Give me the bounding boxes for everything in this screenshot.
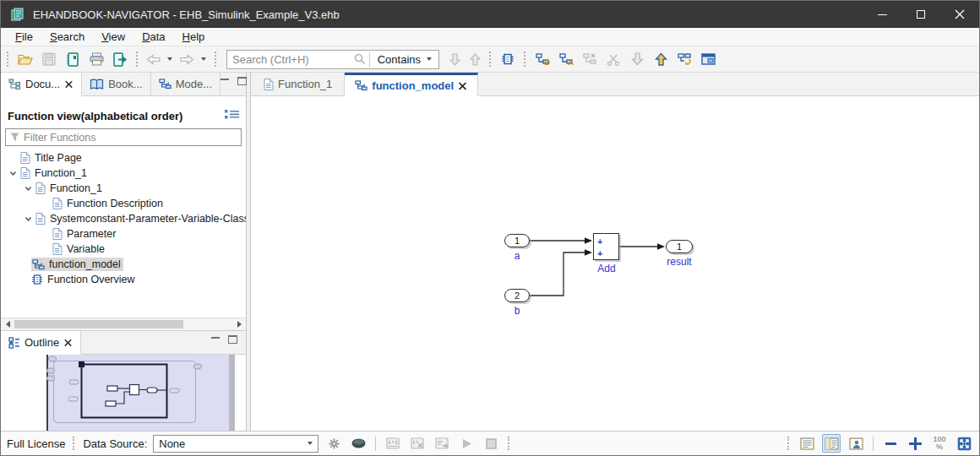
toolbar-grip[interactable]: [7, 52, 9, 67]
toolbar-grip[interactable]: [524, 52, 526, 67]
show-model-annotations-button[interactable]: A: [556, 49, 576, 69]
tree-item-systemconstant[interactable]: Systemconstant-Parameter-Variable-Classi…: [1, 211, 246, 226]
down-arrow-icon: [449, 53, 460, 66]
function-overview-button[interactable]: [498, 49, 518, 69]
tree-item-parameter[interactable]: Parameter: [1, 226, 246, 242]
collapse-chevron-icon[interactable]: [21, 185, 35, 193]
maximize-panel-icon[interactable]: [228, 335, 237, 344]
open-file-button[interactable]: [15, 49, 35, 69]
outport-label-result[interactable]: result: [661, 256, 698, 268]
view-single-page-button[interactable]: [798, 434, 816, 453]
next-result-button[interactable]: [446, 49, 463, 69]
tree-item-function-overview[interactable]: Function Overview: [1, 272, 246, 287]
hide-model-overlays-button[interactable]: [580, 49, 600, 69]
back-history-dropdown[interactable]: [165, 49, 175, 69]
maximize-panel-icon[interactable]: [237, 77, 247, 85]
forward-history-dropdown[interactable]: [199, 49, 209, 69]
play-button[interactable]: [457, 434, 476, 453]
view-menu-icon[interactable]: [225, 109, 239, 122]
calibration-discard-button[interactable]: [408, 434, 427, 453]
outport-block-result[interactable]: 1: [666, 240, 693, 253]
save-button[interactable]: [39, 49, 59, 69]
close-icon[interactable]: [65, 80, 73, 88]
show-model-data-button[interactable]: D: [532, 49, 553, 69]
stop-button[interactable]: [482, 434, 500, 453]
tab-function-1[interactable]: Function_1: [251, 73, 345, 95]
zoom-reset-button[interactable]: 100 %: [930, 434, 949, 453]
close-icon[interactable]: [459, 81, 466, 89]
tree-item-function-model[interactable]: function_model: [1, 257, 246, 272]
tab-bookmarks[interactable]: Book...: [82, 73, 150, 95]
minimize-panel-icon[interactable]: [220, 78, 229, 80]
calibration-window-button[interactable]: [384, 434, 402, 453]
scroll-right-arrow[interactable]: [232, 318, 246, 330]
split-page-icon: [825, 437, 839, 450]
search-match-mode-dropdown[interactable]: Contains: [370, 53, 438, 66]
tab-models[interactable]: Mode...: [151, 73, 220, 95]
model-clear-icon: [583, 53, 596, 65]
data-source-settings-button[interactable]: [324, 434, 343, 453]
sum-block-label[interactable]: Add: [588, 263, 625, 274]
split-model-button[interactable]: [603, 49, 623, 69]
maximize-button[interactable]: [901, 1, 940, 28]
scrollbar-track[interactable]: [14, 318, 232, 330]
statusbar-grip: [787, 437, 790, 450]
filter-functions-input[interactable]: Filter Functions: [5, 128, 242, 146]
tree-item-variable[interactable]: Variable: [1, 242, 246, 257]
sum-block[interactable]: + +: [593, 233, 619, 260]
tree-item-function-1[interactable]: Function_1: [1, 166, 246, 181]
measurement-stone-button[interactable]: [349, 434, 368, 453]
inport-label-b[interactable]: b: [504, 305, 530, 317]
collapse-chevron-icon[interactable]: [6, 170, 19, 177]
zoom-in-button[interactable]: [906, 434, 924, 453]
toolbar-grip[interactable]: [136, 52, 139, 67]
outline-thumbnail[interactable]: [1, 355, 246, 431]
export-button[interactable]: [651, 49, 671, 69]
menu-help[interactable]: Help: [175, 30, 213, 45]
inport-block-a[interactable]: 1: [504, 234, 530, 247]
toolbar-grip[interactable]: [489, 52, 492, 67]
close-button[interactable]: [940, 1, 979, 28]
view-split-page-button[interactable]: [822, 434, 841, 453]
data-source-label: Data Source:: [83, 437, 147, 450]
close-icon[interactable]: [64, 339, 72, 346]
scroll-left-arrow[interactable]: [1, 318, 14, 330]
inport-block-b[interactable]: 2: [504, 289, 530, 302]
tree-item-function-description[interactable]: Function Description: [1, 196, 246, 211]
toolbar-grip[interactable]: [215, 52, 217, 67]
scrollbar-thumb[interactable]: [14, 320, 183, 328]
diagram-canvas[interactable]: 1 a 2 b + + Add 1 result: [251, 96, 979, 431]
content-area: Docu... Book... Mode... Function view(a: [1, 73, 979, 431]
reload-model-button[interactable]: [674, 49, 694, 69]
previous-result-button[interactable]: [466, 49, 483, 69]
view-contact-button[interactable]: [847, 434, 865, 453]
tree-item-label: Function_1: [50, 182, 102, 194]
open-handbook-button[interactable]: [63, 49, 83, 69]
print-button[interactable]: [86, 49, 106, 69]
fit-to-view-button[interactable]: [955, 434, 973, 453]
import-button[interactable]: [627, 49, 647, 69]
export-handbook-button[interactable]: [110, 49, 130, 69]
zoom-out-button[interactable]: [881, 434, 900, 453]
collapse-chevron-icon[interactable]: [21, 215, 35, 223]
search-input[interactable]: [227, 53, 354, 66]
calibration-apply-button[interactable]: [433, 434, 451, 453]
open-in-window-button[interactable]: [698, 49, 718, 69]
tab-function-model[interactable]: function_model: [345, 73, 478, 96]
minimize-panel-icon[interactable]: [211, 336, 220, 339]
tree-item-function-1-sub[interactable]: Function_1: [1, 181, 246, 196]
minimize-button[interactable]: [863, 1, 901, 28]
data-source-select[interactable]: None: [153, 435, 318, 453]
menu-file[interactable]: File: [8, 30, 41, 45]
menu-data[interactable]: Data: [134, 30, 172, 45]
back-button[interactable]: [144, 49, 161, 69]
inport-label-a[interactable]: a: [504, 250, 530, 262]
horizontal-scrollbar[interactable]: [1, 318, 246, 331]
menu-view[interactable]: View: [94, 30, 133, 45]
forward-button[interactable]: [178, 49, 195, 69]
menu-search[interactable]: Search: [42, 30, 92, 45]
tree-item-title-page[interactable]: Title Page: [1, 150, 246, 166]
data-source-value: None: [159, 437, 185, 450]
tab-outline[interactable]: Outline: [1, 331, 81, 355]
tab-documents[interactable]: Docu...: [1, 73, 82, 96]
